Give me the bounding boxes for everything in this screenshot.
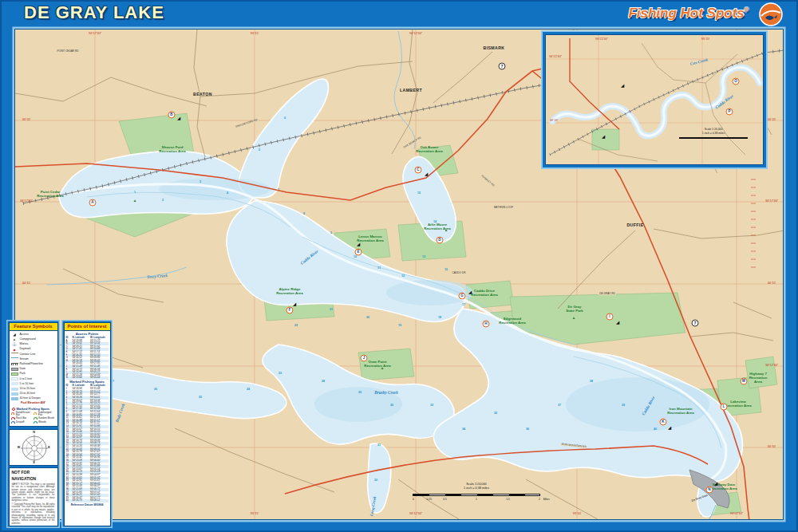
feature-symbol-label: Campground bbox=[20, 338, 36, 341]
scale-tick-label: 1.5 bbox=[506, 499, 510, 501]
scale-bar: Scale 1:24,000 1 inch = 0.38 miles Miles… bbox=[397, 483, 556, 496]
contour-icon bbox=[11, 353, 18, 357]
feature-symbols-list: AccessCampgroundMarinaDaymarkContour Lin… bbox=[10, 331, 57, 402]
inset-map: Cox CreekCaddo River34°22′30″34°20′93°22… bbox=[545, 34, 764, 165]
marina-icon bbox=[11, 343, 18, 347]
marked-fishing-label: Dropoff bbox=[16, 421, 24, 424]
feature-symbol-label: Park bbox=[20, 372, 26, 376]
marked-fishing-legend-list: Sand/Gravel BarSubmerged FlatRock BarSun… bbox=[10, 412, 57, 427]
feature-symbols-box: Feature Symbols AccessCampgroundMarinaDa… bbox=[9, 322, 58, 428]
points-of-interest-body: Access Points IDN. LatitudeW. Longitude … bbox=[65, 331, 110, 509]
feature-symbol-label: 40 feet & Deeper bbox=[20, 397, 41, 400]
compass-box: NESW bbox=[9, 429, 58, 466]
scale-tick-label: 1 bbox=[476, 499, 477, 501]
d5-icon bbox=[11, 397, 18, 400]
brand-name: Fishing Hot Spots bbox=[628, 6, 744, 21]
park-icon bbox=[11, 372, 18, 376]
not-for-navigation-box: NOT FOR NAVIGATION SAFETY NOTICE: This m… bbox=[9, 467, 58, 526]
d4-icon bbox=[11, 392, 18, 396]
feature-symbol-label: Marina bbox=[20, 343, 29, 346]
not-for-navigation-title: NOT FOR NAVIGATION bbox=[12, 470, 55, 482]
points-of-interest-box: Points of Interest Access Points IDN. La… bbox=[64, 322, 111, 526]
fishing-hot-spots-logo-icon bbox=[758, 2, 784, 27]
brand-trademark: ® bbox=[745, 7, 749, 13]
compass-point-label: S bbox=[33, 462, 34, 465]
feature-symbol-label: Access bbox=[20, 333, 29, 337]
marked-spot-icon bbox=[12, 408, 15, 411]
stream-icon bbox=[11, 357, 18, 361]
marked-fishing-label: Sunken Brush bbox=[38, 417, 54, 420]
compass-point-label: W bbox=[18, 447, 20, 450]
fishing-structure-icon bbox=[34, 412, 38, 415]
inset-scale-graphic bbox=[679, 137, 748, 139]
copyright-text: © Copyright Fishing Hot Spots, Inc. All … bbox=[12, 503, 55, 525]
page-title: DE GRAY LAKE bbox=[24, 4, 164, 22]
reference-datum-note: Reference Datum WGS84 bbox=[66, 502, 109, 507]
scale-tick-label: 0.25 bbox=[426, 499, 432, 501]
railroad-icon bbox=[11, 363, 18, 365]
inset-artwork bbox=[546, 35, 764, 165]
map-poster: DE GRAY LAKE Fishing Hot Spots® bbox=[0, 0, 798, 532]
fishing-structure-icon bbox=[11, 417, 15, 420]
marked-fishing-label: Weeds bbox=[38, 421, 46, 424]
d3-icon bbox=[11, 388, 18, 391]
fishing-structure-icon bbox=[34, 417, 38, 420]
feature-symbol-label: 20 to 40 feet bbox=[20, 392, 35, 396]
fishing-structure-icon bbox=[11, 412, 15, 415]
legend-panel: Feature Symbols AccessCampgroundMarinaDa… bbox=[6, 320, 60, 528]
scale-tick-label: 2 bbox=[539, 499, 540, 501]
dam-icon bbox=[11, 368, 18, 371]
safety-notice-text: SAFETY NOTICE: This map is not intended … bbox=[12, 483, 55, 502]
feature-symbol-label: Contour Line bbox=[20, 353, 36, 357]
inset-scale-ratio: 1 inch = 0.38 miles bbox=[674, 132, 753, 136]
minute-ticks bbox=[751, 179, 756, 267]
compass-point-label: N bbox=[33, 432, 35, 435]
d1-icon bbox=[11, 377, 18, 380]
marked-fishing-row: Dropoff bbox=[11, 420, 34, 425]
scale-bar-graphic: Miles 00.250.511.52 bbox=[413, 494, 540, 496]
scale-tick-label: 0.5 bbox=[443, 499, 447, 501]
marked-fishing-label: Rock Bar bbox=[16, 417, 26, 420]
d2-icon bbox=[11, 382, 18, 385]
ramp-icon bbox=[11, 333, 18, 337]
inset-map-frame: Cox CreekCaddo River34°22′30″34°20′93°22… bbox=[541, 30, 768, 169]
points-of-interest-panel: Points of Interest Access Points IDN. La… bbox=[61, 320, 113, 528]
feature-symbol-label: Daymark bbox=[20, 348, 31, 351]
pool-elevation-note: Pool Elevation 408′ bbox=[10, 401, 57, 405]
compass-point-label: E bbox=[48, 447, 49, 450]
points-of-interest-title: Points of Interest bbox=[65, 323, 110, 331]
fishing-structure-icon bbox=[34, 421, 38, 424]
scale-unit: Miles bbox=[543, 499, 550, 501]
fishing-structure-icon bbox=[11, 421, 15, 424]
feature-symbol-label: Dam bbox=[20, 368, 26, 371]
feature-symbol-label: 0 to 5 feet bbox=[20, 378, 33, 381]
scale-tick-label: 0 bbox=[413, 499, 414, 501]
scale-ratio-text: 1 inch = 0.38 miles bbox=[397, 487, 556, 491]
feature-symbol-label: Railroad/Powerline bbox=[20, 363, 43, 366]
campground-icon bbox=[11, 338, 18, 342]
feature-symbol-label: 10 to 20 feet bbox=[20, 388, 35, 391]
daymark-icon bbox=[11, 348, 18, 352]
brand-logo-text: Fishing Hot Spots® bbox=[628, 6, 749, 20]
access-points-table: A34°18.88′93°15.21′B34°19.02′93°14.16′C3… bbox=[66, 340, 109, 380]
feature-symbols-title: Feature Symbols bbox=[10, 323, 57, 331]
fishing-spots-table: 134°18.96′93°15.48′234°18.73′93°15.12′33… bbox=[66, 388, 109, 502]
inset-scale-bar: Scale 1:24,000 1 inch = 0.38 miles bbox=[674, 128, 753, 139]
feature-symbol-label: 5 to 10 feet bbox=[20, 383, 34, 386]
feature-symbol-label: Stream bbox=[20, 358, 29, 361]
marked-fishing-row: Weeds bbox=[34, 420, 56, 425]
